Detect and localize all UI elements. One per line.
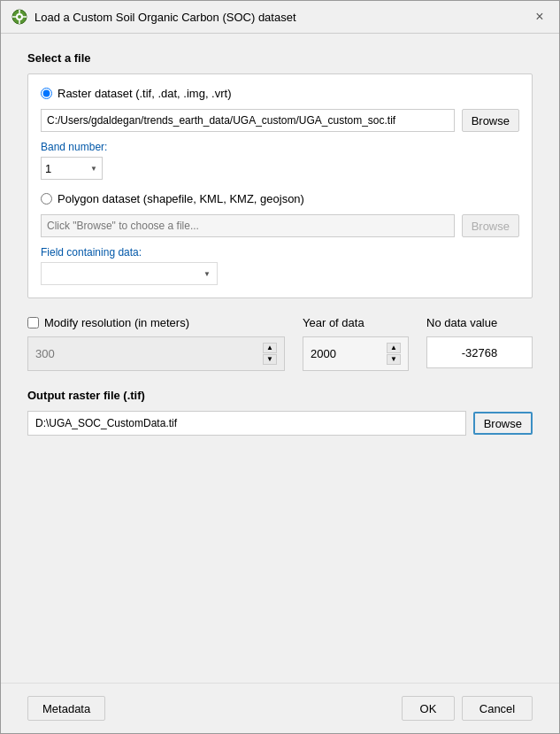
nodata-group: No data value [426,316,533,368]
resolution-input[interactable] [35,347,259,360]
raster-radio-row: Raster dataset (.tif, .dat, .img, .vrt) [41,87,519,100]
svg-point-2 [18,15,21,19]
qgis-icon [12,9,27,25]
file-group-box: Raster dataset (.tif, .dat, .img, .vrt) … [27,73,533,298]
polygon-browse-button[interactable]: Browse [462,214,519,237]
output-section: Output raster file (.tif) Browse [27,389,533,436]
title-bar-left: Load a Custom Soil Organic Carbon (SOC) … [12,9,296,25]
polygon-file-row: Browse [41,214,519,237]
metadata-button[interactable]: Metadata [27,696,105,721]
output-file-input[interactable] [27,411,466,436]
close-button[interactable]: × [531,8,548,26]
raster-browse-button[interactable]: Browse [462,109,519,132]
field-select-wrapper [41,262,218,285]
resolution-spinners: ▲ ▼ [263,343,277,365]
raster-file-row: Browse [41,109,519,132]
footer-left: Metadata [27,696,105,721]
year-label: Year of data [303,316,409,329]
polygon-radio-label: Polygon dataset (shapefile, KML, KMZ, ge… [58,192,304,205]
band-number-label: Band number: [41,141,519,153]
dialog-body: Select a file Raster dataset (.tif, .dat… [1,34,559,683]
polygon-radio[interactable] [41,193,52,205]
output-browse-button[interactable]: Browse [473,412,533,435]
year-up-button[interactable]: ▲ [387,343,401,353]
dialog-title: Load a Custom Soil Organic Carbon (SOC) … [35,11,296,24]
select-file-section: Select a file Raster dataset (.tif, .dat… [27,51,533,298]
raster-radio[interactable] [41,88,52,99]
resolution-checkbox[interactable] [27,317,39,328]
options-section: Modify resolution (in meters) ▲ ▼ Year o… [27,316,533,371]
resolution-down-button[interactable]: ▼ [263,354,277,365]
dialog-footer: Metadata OK Cancel [1,683,559,733]
output-title: Output raster file (.tif) [27,389,533,402]
select-file-title: Select a file [27,51,533,65]
resolution-checkbox-label: Modify resolution (in meters) [44,316,189,329]
cancel-button[interactable]: Cancel [462,696,533,721]
resolution-group: Modify resolution (in meters) ▲ ▼ [27,316,285,371]
year-input[interactable] [311,347,383,360]
year-box: ▲ ▼ [303,336,409,371]
nodata-box [426,336,533,368]
raster-radio-label: Raster dataset (.tif, .dat, .img, .vrt) [58,87,232,100]
band-select[interactable]: 1 2 3 [41,157,103,180]
title-bar: Load a Custom Soil Organic Carbon (SOC) … [1,1,559,34]
footer-right: OK Cancel [402,696,533,721]
ok-button[interactable]: OK [402,696,455,721]
raster-file-input[interactable] [41,109,455,132]
resolution-box: ▲ ▼ [27,336,285,371]
dialog-window: Load a Custom Soil Organic Carbon (SOC) … [0,0,560,734]
year-group: Year of data ▲ ▼ [303,316,409,371]
year-down-button[interactable]: ▼ [387,354,401,365]
nodata-input[interactable] [434,346,525,359]
band-select-wrapper: 1 2 3 [41,157,103,180]
year-spinners: ▲ ▼ [387,343,401,365]
field-containing-label: Field containing data: [41,246,519,259]
output-file-row: Browse [27,411,533,436]
resolution-checkbox-row: Modify resolution (in meters) [27,316,285,329]
field-select[interactable] [41,262,218,285]
polygon-radio-row: Polygon dataset (shapefile, KML, KMZ, ge… [41,192,519,205]
polygon-file-input[interactable] [41,214,455,237]
nodata-label: No data value [426,316,533,329]
resolution-up-button[interactable]: ▲ [263,343,277,353]
band-row: 1 2 3 [41,157,519,180]
